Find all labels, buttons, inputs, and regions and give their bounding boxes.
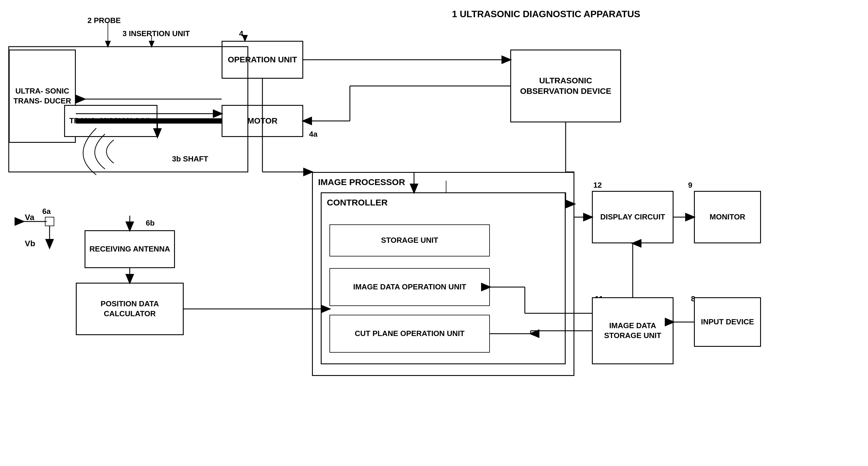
motor-box: MOTOR	[222, 105, 303, 137]
image-data-storage-box: IMAGE DATA STORAGE UNIT	[592, 297, 674, 364]
monitor-box: MONITOR	[694, 191, 761, 243]
va-label: Va	[25, 213, 34, 222]
receiving-antenna-box: RECEIVING ANTENNA	[85, 230, 175, 268]
cut-plane-op-box: CUT PLANE OPERATION UNIT	[330, 315, 490, 353]
display-circuit-box: DISPLAY CIRCUIT	[592, 191, 674, 243]
svg-rect-18	[45, 217, 54, 226]
shaft-label: 3b SHAFT	[172, 155, 208, 164]
display-circuit-num: 12	[593, 181, 602, 190]
transmission-coil-box: TRANS- MISSION COIL	[64, 105, 157, 137]
ultrasonic-obs-box: ULTRASONIC OBSERVATION DEVICE	[510, 49, 621, 123]
op-unit-num: 4	[239, 29, 243, 38]
insertion-unit-label: 3 INSERTION UNIT	[122, 29, 190, 38]
motor-label: 4a	[309, 130, 317, 139]
antenna-num: 6a	[42, 207, 51, 216]
main-title: 1 ULTRASONIC DIAGNOSTIC APPARATUS	[452, 9, 640, 20]
vb-label: Vb	[25, 239, 35, 248]
receiving-antenna-num: 6b	[146, 219, 155, 228]
probe-label: 2 PROBE	[88, 16, 121, 25]
image-data-op-box: IMAGE DATA OPERATION UNIT	[330, 268, 490, 306]
input-device-box: INPUT DEVICE	[694, 297, 761, 347]
operation-unit-box: OPERATION UNIT	[222, 41, 303, 79]
monitor-num: 9	[688, 181, 692, 190]
position-calculator-box: POSITION DATA CALCULATOR	[76, 283, 184, 335]
storage-unit-box: STORAGE UNIT	[330, 224, 490, 257]
